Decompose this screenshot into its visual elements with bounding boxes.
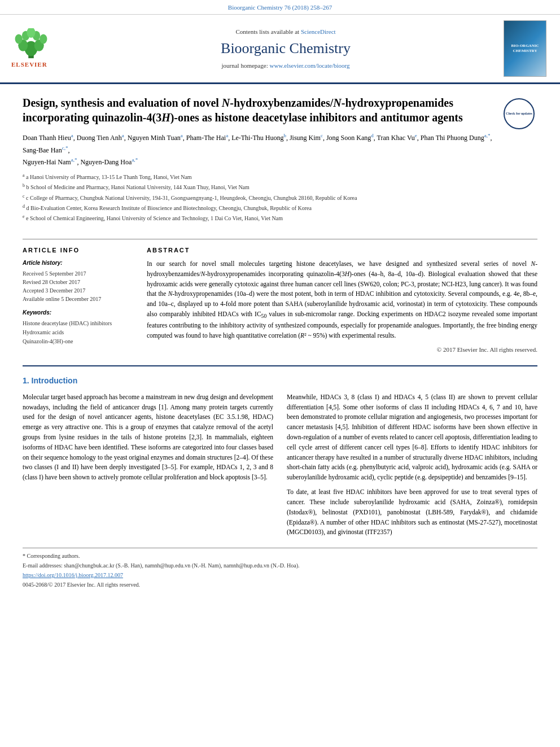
- intro-col-left: Molecular target based approach has beco…: [23, 392, 273, 542]
- check-updates: Check for updates: [504, 95, 537, 230]
- affiliation-a: a a Hanoi University of Pharmacy, 13-15 …: [23, 172, 498, 181]
- intro-para-2: Meanwhile, HDACs 3, 8 (class I) and HDAC…: [287, 392, 537, 483]
- section-divider: [23, 365, 537, 366]
- copyright: © 2017 Elsevier Inc. All rights reserved…: [147, 346, 537, 354]
- elsevier-logo: ELSEVIER: [11, 28, 68, 69]
- elsevier-brand: ELSEVIER: [11, 60, 47, 69]
- keyword-3: Quinazolin-4(3H)-one: [23, 337, 135, 346]
- revised-date: Revised 28 October 2017: [23, 278, 135, 286]
- journal-header: ELSEVIER Contents lists available at Sci…: [0, 15, 560, 84]
- introduction-heading: 1. Introduction: [23, 375, 537, 387]
- authors: Doan Thanh Hieua, Duong Tien Anha, Nguye…: [23, 132, 498, 168]
- intro-para-1: Molecular target based approach has beco…: [23, 392, 273, 483]
- journal-title: Bioorganic Chemistry: [73, 38, 498, 59]
- journal-citation: Bioorganic Chemistry 76 (2018) 258–267: [228, 4, 332, 11]
- abstract-section: ABSTRACT In our search for novel small m…: [147, 246, 537, 355]
- check-updates-badge: Check for updates: [504, 98, 535, 129]
- info-abstract-section: ARTICLE INFO Article history: Received 5…: [23, 239, 537, 355]
- check-updates-label: Check for updates: [506, 112, 532, 116]
- article-history: Article history: Received 5 September 20…: [23, 259, 135, 303]
- abstract-label: ABSTRACT: [147, 246, 537, 255]
- elsevier-tree-icon: [11, 28, 51, 59]
- affiliation-d: d d Bio-Evaluation Center, Korea Researc…: [23, 203, 498, 212]
- affiliation-c: c c College of Pharmacy, Chungbuk Nation…: [23, 193, 498, 202]
- accepted-date: Accepted 3 December 2017: [23, 286, 135, 295]
- journal-homepage: journal homepage: www.elsevier.com/locat…: [73, 62, 498, 70]
- main-content: Design, synthesis and evaluation of nove…: [0, 84, 560, 601]
- abstract-text: In our search for novel small molecules …: [147, 259, 537, 341]
- affiliations: a a Hanoi University of Pharmacy, 13-15 …: [23, 172, 498, 223]
- affiliation-e: e e School of Chemical Engineering, Hano…: [23, 213, 498, 222]
- keyword-2: Hydroxamic acids: [23, 328, 135, 337]
- journal-header-center: Contents lists available at ScienceDirec…: [73, 28, 498, 70]
- homepage-link[interactable]: www.elsevier.com/locate/bioorg: [269, 62, 349, 69]
- article-title-section: Design, synthesis and evaluation of nove…: [23, 95, 537, 230]
- intro-col-right: Meanwhile, HDACs 3, 8 (class I) and HDAC…: [287, 392, 537, 542]
- journal-cover: BIO-ORGANIC CHEMISTRY: [504, 20, 549, 77]
- affiliation-b: b b School of Medicine and Pharmacy, Han…: [23, 182, 498, 191]
- intro-para-3: To date, at least five HDAC inhibitors h…: [287, 487, 537, 538]
- corresponding-label: * Corresponding authors.: [23, 552, 537, 560]
- email-addresses: shan@chungbuk.ac.kr (S.-B. Han), namnh@h…: [64, 562, 299, 569]
- email-line: E-mail addresses: shan@chungbuk.ac.kr (S…: [23, 561, 537, 570]
- keyword-1: Histone deacetylase (HDAC) inhibitors: [23, 319, 135, 328]
- history-label: Article history:: [23, 259, 135, 267]
- footnotes: * Corresponding authors. E-mail addresse…: [23, 548, 537, 589]
- keywords-section: Keywords: Histone deacetylase (HDAC) inh…: [23, 309, 135, 346]
- sciencedirect-line: Contents lists available at ScienceDirec…: [73, 28, 498, 36]
- received-date: Received 5 September 2017: [23, 269, 135, 278]
- article-info-label: ARTICLE INFO: [23, 246, 135, 255]
- sciencedirect-link[interactable]: ScienceDirect: [301, 28, 336, 35]
- keywords-label: Keywords:: [23, 309, 135, 317]
- doi-line: https://doi.org/10.1016/j.bioorg.2017.12…: [23, 571, 537, 579]
- cover-image: BIO-ORGANIC CHEMISTRY: [504, 20, 546, 77]
- available-date: Available online 5 December 2017: [23, 295, 135, 303]
- svg-point-5: [40, 34, 47, 44]
- doi-link[interactable]: https://doi.org/10.1016/j.bioorg.2017.12…: [23, 572, 123, 578]
- introduction-columns: Molecular target based approach has beco…: [23, 392, 537, 542]
- journal-bar: Bioorganic Chemistry 76 (2018) 258–267: [0, 0, 560, 15]
- introduction-section: 1. Introduction Molecular target based a…: [23, 375, 537, 542]
- keywords-list: Histone deacetylase (HDAC) inhibitors Hy…: [23, 319, 135, 346]
- article-info: ARTICLE INFO Article history: Received 5…: [23, 246, 135, 355]
- article-title: Design, synthesis and evaluation of nove…: [23, 95, 498, 125]
- svg-point-4: [15, 34, 23, 44]
- issn-line: 0045-2068/© 2017 Elsevier Inc. All right…: [23, 580, 537, 589]
- article-title-text: Design, synthesis and evaluation of nove…: [23, 95, 498, 230]
- email-label: E-mail addresses:: [23, 562, 63, 569]
